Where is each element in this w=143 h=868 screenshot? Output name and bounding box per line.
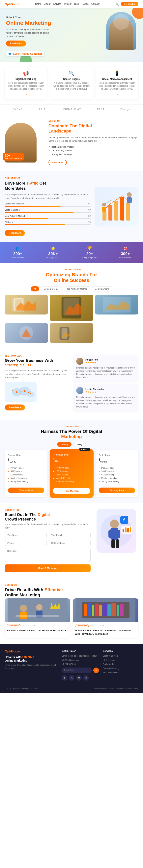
starter-feature-5: Strong Meta Setting [8, 480, 44, 483]
svg-rect-48 [7, 598, 67, 622]
starter-plan-button[interactable]: Take My Plan [8, 488, 44, 493]
svg-point-35 [110, 520, 119, 528]
blog-img-1 [5, 598, 70, 622]
gold-plan-price: $69/mo [99, 458, 135, 464]
nav-pages[interactable]: Pages [82, 3, 88, 5]
portfolio-item-2[interactable] [50, 294, 93, 321]
dominate-image: 10+ Years Of Experience [5, 123, 44, 162]
service-arrow-1[interactable]: → [7, 92, 44, 96]
social-icons: f 𝕏 📸 in [62, 675, 99, 681]
logo: OptiBoom [5, 2, 19, 6]
world-map [5, 382, 37, 402]
feature-3: Strong SEO Strategy [48, 152, 138, 156]
digital-advertising-icon: 📢 [7, 70, 44, 76]
stat-number-4: 300+ [119, 251, 132, 256]
dominate-title: Dominate The Digital Landscape [48, 123, 138, 134]
service-digital-advertising: 📢 Digital Advertising It is a long estab… [5, 67, 47, 99]
dominate-read-more-button[interactable]: Read More [48, 160, 67, 165]
nav-home[interactable]: Home [35, 3, 41, 5]
location-input[interactable] [49, 540, 91, 546]
blog-card-2[interactable]: Ecommerce February 5, 2024 Dominate Sear… [73, 598, 138, 638]
starter-plan: Starter Plan $19/mo Primary Pages 50 Key… [5, 450, 47, 497]
footer-service-3[interactable]: Social Media [103, 663, 138, 666]
tab-all[interactable]: All [31, 286, 39, 291]
portfolio-item-3[interactable] [95, 294, 138, 314]
projects-icon: 🏆 [82, 246, 97, 251]
tab-authority-method[interactable]: Top Authority Method [64, 286, 90, 291]
tab-search-engine[interactable]: Search Engine [92, 286, 112, 291]
service-arrow-2[interactable]: → [53, 92, 90, 96]
svg-point-51 [36, 604, 42, 611]
portfolio-item-5[interactable] [50, 323, 93, 343]
nav-service[interactable]: Service [53, 3, 61, 5]
stat-awards: 🎯 300+ Award Winner [119, 246, 132, 259]
footer-subscribe-button[interactable]: → [93, 668, 99, 673]
message-input[interactable] [5, 548, 91, 562]
awards-icon: 🎯 [119, 246, 132, 251]
nav-project[interactable]: Project [64, 3, 71, 5]
logo-figma: FIGMA PLAY [63, 108, 81, 111]
review-card-1: Robert Fox ★★★★★ Financial planners help… [73, 355, 138, 382]
svg-rect-65 [117, 606, 119, 616]
nav-contact[interactable]: Contact [92, 3, 100, 5]
feature-1: Best Marketing Website [48, 145, 138, 149]
premium-plan-button[interactable]: Take My Plan [53, 488, 90, 494]
facebook-icon[interactable]: f [62, 675, 67, 681]
toggle-yearly[interactable]: Yearly [73, 442, 86, 447]
toggle-monthly[interactable]: Monthly [57, 442, 72, 447]
hero-content: Unlock Your Online Marketing We help you… [6, 16, 137, 56]
service-desc-1: It is a long established fact that a rea… [7, 82, 44, 90]
gold-plan-button[interactable]: Take My Plan [99, 488, 135, 493]
svg-rect-43 [125, 527, 127, 532]
nav-about[interactable]: About [44, 3, 50, 5]
grow-content: Testimonials Grow Your Business WithStra… [5, 355, 70, 410]
portfolio-item-1[interactable] [5, 294, 48, 314]
get-started-button[interactable]: Get Started [121, 2, 138, 6]
blog-card-1[interactable]: Ecommerce January 5, 2024 Become a Marke… [5, 598, 70, 638]
email-input[interactable] [49, 532, 91, 538]
footer-email[interactable]: info@optiboom.com [62, 659, 99, 662]
footer-top: OptiBoom Drive Is With EffectiveOnline M… [5, 650, 138, 681]
footer-subscribe-row: → [62, 668, 99, 673]
footer-service-4[interactable]: Content Marketing [103, 667, 138, 670]
contact-phone-location-row [5, 540, 91, 546]
footer-address: Lorem ipsum dolor sit amet consectetur. [62, 654, 99, 658]
service-arrow-3[interactable]: → [99, 92, 136, 96]
footer-phone[interactable]: +1 234 567 890 [62, 663, 99, 666]
nav-blog[interactable]: Blog [74, 3, 79, 5]
footer-terms[interactable]: Terms of Service [109, 688, 124, 690]
footer: OptiBoom Drive Is With EffectiveOnline M… [0, 644, 143, 693]
tab-content-creator[interactable]: Content Creator [41, 286, 62, 291]
footer-email-input[interactable] [62, 668, 92, 673]
navbar: OptiBoom Home About Service Project Blog… [0, 0, 143, 8]
grow-read-more-button[interactable]: Read More [5, 404, 25, 410]
footer-service-2[interactable]: SEO Services [103, 659, 138, 662]
footer-service-5[interactable]: PPC Management [103, 671, 138, 674]
instagram-icon[interactable]: 📸 [76, 675, 82, 681]
blog-title-1: Become a Market Leader: Your Guide to SE… [5, 628, 70, 634]
footer-privacy[interactable]: Privacy Policy [94, 688, 107, 690]
footer-cookie[interactable]: Cookie Policy [126, 688, 138, 690]
team-icon: 👥 [11, 246, 24, 251]
progress-3: More Authority Method 50 [5, 215, 91, 219]
logo-text: OptiBoom [5, 2, 19, 6]
svg-point-31 [12, 390, 13, 391]
grow-section: Testimonials Grow Your Business WithStra… [0, 349, 143, 420]
svg-rect-36 [110, 528, 118, 540]
portfolio-item-4[interactable] [5, 323, 48, 343]
traffic-read-more-button[interactable]: Read More [5, 230, 25, 236]
hero-read-more-button[interactable]: Read More [6, 40, 26, 46]
linkedin-icon[interactable]: in [83, 675, 89, 681]
optimizing-section: Our Portfolio Optimizing Brands For Onli… [0, 262, 143, 349]
send-message-button[interactable]: Send A Message [5, 564, 91, 572]
footer-service-1[interactable]: Digital Marketing [103, 654, 138, 658]
dominate-content: About Us Dominate The Digital Landscape … [48, 120, 138, 165]
pricing-section: Our Pricing Harness The Power Of Digital… [0, 420, 143, 503]
hero-label: Unlock Your [6, 16, 137, 19]
phone-input[interactable] [5, 540, 47, 546]
footer-policy-links: Privacy Policy Terms of Service Cookie P… [94, 688, 138, 690]
twitter-icon[interactable]: 𝕏 [69, 675, 74, 681]
search-icon[interactable]: 🔍 [116, 2, 119, 6]
footer-copyright: © 2024 OptiBoom. All Rights Reserved [5, 688, 39, 690]
name-input[interactable] [5, 532, 47, 538]
